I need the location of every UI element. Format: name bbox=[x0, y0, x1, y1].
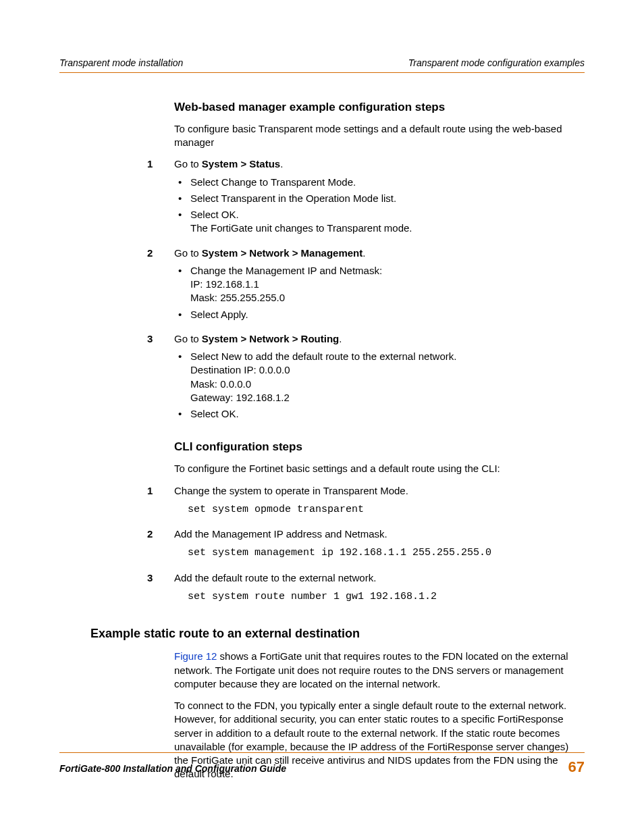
paragraph: Figure 12 shows a FortiGate unit that re… bbox=[174, 650, 585, 691]
step-number: 2 bbox=[147, 246, 174, 328]
figure-link[interactable]: Figure 12 bbox=[174, 650, 217, 662]
step-text: Go to System > Network > Management. bbox=[174, 247, 365, 259]
code-line: set system opmode transparent bbox=[188, 503, 585, 517]
step-number: 2 bbox=[147, 527, 174, 567]
header-right: Transparent mode configuration examples bbox=[408, 57, 585, 70]
bullet-list: Change the Management IP and Netmask: IP… bbox=[174, 264, 585, 321]
footer-rule bbox=[59, 752, 585, 753]
step: 1 Go to System > Status. Select Change t… bbox=[174, 157, 585, 242]
section-heading: Web-based manager example configuration … bbox=[174, 100, 585, 115]
list-item: Select Transparent in the Operation Mode… bbox=[190, 192, 585, 205]
bullet-list: Select Change to Transparent Mode. Selec… bbox=[174, 176, 585, 236]
bullet-list: Select New to add the default route to t… bbox=[174, 350, 585, 421]
step: 1 Change the system to operate in Transp… bbox=[174, 484, 585, 524]
footer-title: FortiGate-800 Installation and Configura… bbox=[59, 762, 286, 775]
header-rule bbox=[59, 72, 585, 73]
page-number: 67 bbox=[568, 757, 585, 777]
step-text: Add the Management IP address and Netmas… bbox=[174, 527, 585, 541]
step-text: Go to System > Status. bbox=[174, 158, 283, 170]
step-number: 1 bbox=[147, 157, 174, 242]
step: 2 Go to System > Network > Management. C… bbox=[174, 246, 585, 328]
step: 3 Add the default route to the external … bbox=[174, 571, 585, 611]
step-text: Go to System > Network > Routing. bbox=[174, 333, 342, 344]
list-item: Select Change to Transparent Mode. bbox=[190, 176, 585, 189]
section-heading: Example static route to an external dest… bbox=[90, 625, 585, 642]
header-left: Transparent mode installation bbox=[59, 57, 183, 70]
step: 3 Go to System > Network > Routing. Sele… bbox=[174, 332, 585, 428]
main-content: Web-based manager example configuration … bbox=[174, 100, 585, 781]
step-text: Change the system to operate in Transpar… bbox=[174, 484, 585, 498]
step: 2 Add the Management IP address and Netm… bbox=[174, 527, 585, 567]
list-item: Change the Management IP and Netmask: IP… bbox=[190, 264, 585, 305]
running-header: Transparent mode installation Transparen… bbox=[59, 57, 585, 70]
code-line: set system route number 1 gw1 192.168.1.… bbox=[188, 590, 585, 604]
list-item: Select OK. The FortiGate unit changes to… bbox=[190, 208, 585, 236]
list-item: Select OK. bbox=[190, 407, 585, 421]
step-number: 3 bbox=[147, 332, 174, 428]
paragraph: To configure basic Transparent mode sett… bbox=[174, 122, 585, 150]
list-item: Select New to add the default route to t… bbox=[190, 350, 585, 405]
section-heading: CLI configuration steps bbox=[174, 440, 585, 455]
step-text: Add the default route to the external ne… bbox=[174, 571, 585, 585]
paragraph: To configure the Fortinet basic settings… bbox=[174, 462, 585, 475]
step-number: 3 bbox=[147, 571, 174, 611]
code-line: set system management ip 192.168.1.1 255… bbox=[188, 546, 585, 560]
step-number: 1 bbox=[147, 484, 174, 524]
page-footer: FortiGate-800 Installation and Configura… bbox=[59, 752, 585, 777]
list-item: Select Apply. bbox=[190, 308, 585, 321]
